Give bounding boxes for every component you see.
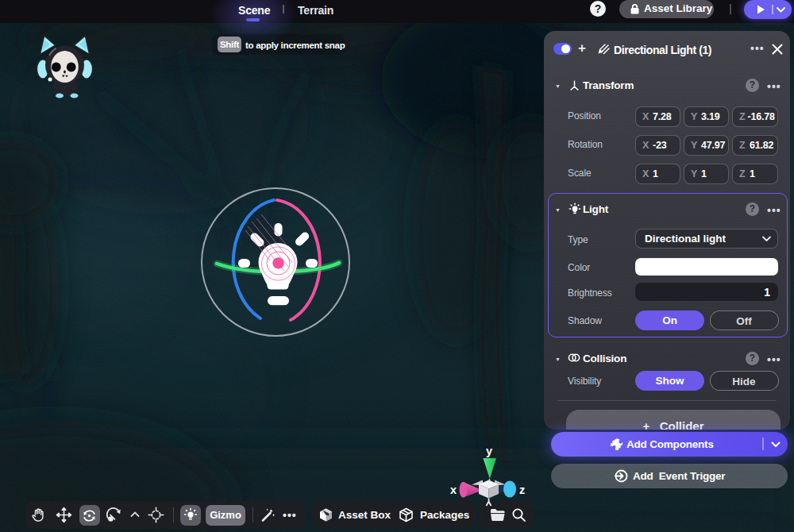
svg-text:x: x	[450, 484, 457, 496]
svg-text:z: z	[519, 484, 525, 496]
svg-text:y: y	[486, 445, 492, 457]
